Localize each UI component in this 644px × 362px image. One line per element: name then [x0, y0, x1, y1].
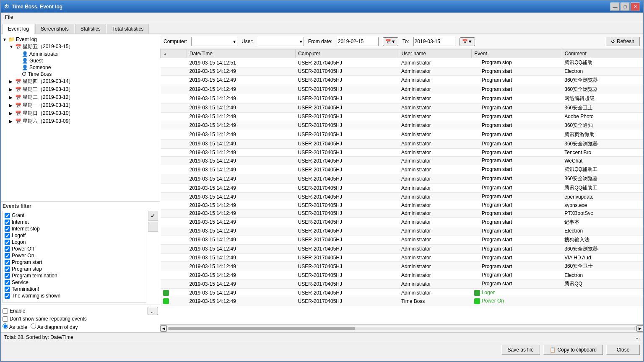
filter-label-4[interactable]: Logon	[12, 239, 26, 245]
from-date-picker-button[interactable]: 📅▼	[383, 37, 398, 46]
copy-to-clipboard-button[interactable]: 📋 Copy to clipboard	[543, 345, 603, 355]
filter-label-12[interactable]: The warning is shown	[12, 293, 60, 299]
filter-label-8[interactable]: Program stop	[12, 266, 42, 272]
filter-label-9[interactable]: Program termination!	[12, 273, 59, 279]
filter-label-11[interactable]: Termination!	[12, 286, 39, 292]
filter-label-5[interactable]: Power Off	[12, 246, 34, 252]
options-button[interactable]: ...	[148, 307, 158, 315]
no-repeat-checkbox[interactable]	[3, 316, 8, 322]
table-row[interactable]: 2019-03-15 14:12:49USER-20170405HJAdmini…	[161, 262, 643, 271]
filter-checkbox-6[interactable]	[5, 253, 10, 259]
table-row[interactable]: 2019-03-15 14:12:49USER-20170405HJAdmini…	[161, 75, 643, 85]
as-diagram-radio[interactable]	[31, 323, 36, 329]
tree-expand-day2[interactable]: ▶	[9, 87, 15, 92]
table-row[interactable]: 2019-03-15 14:12:49USER-20170405HJAdmini…	[161, 103, 643, 112]
tree-expand-day1[interactable]: ▶	[9, 79, 15, 84]
computer-select[interactable]	[191, 37, 237, 46]
table-row[interactable]: 2019-03-15 14:12:49USER-20170405HJAdmini…	[161, 184, 643, 193]
table-row[interactable]: 2019-03-15 14:12:49USER-20170405HJAdmini…	[161, 85, 643, 94]
tree-user-guest[interactable]: 👤 Guest	[16, 57, 158, 64]
close-window-button[interactable]: ✕	[631, 3, 640, 11]
tree-day-1[interactable]: ▶ 📅 星期四（2019-03-14）	[9, 78, 158, 85]
col-event[interactable]: Event	[472, 49, 562, 58]
table-row[interactable]: 2019-03-15 14:12:49USER-20170405HJAdmini…	[161, 148, 643, 157]
tree-area[interactable]: ▼ 📁 Event log ▼ 📅 星期五（2019-03-15） 👤	[1, 34, 160, 201]
as-table-radio-label[interactable]: As table	[3, 323, 27, 330]
table-row[interactable]: 2019-03-15 14:12:49USER-20170405HJAdmini…	[161, 139, 643, 148]
tree-expand-day0[interactable]: ▼	[9, 44, 15, 49]
close-button[interactable]: Close	[606, 345, 640, 355]
table-row[interactable]: 2019-03-15 14:12:49USER-20170405HJAdmini…	[161, 121, 643, 130]
tree-user-timeboss[interactable]: ⏱ Time Boss	[16, 71, 158, 78]
filter-checkbox-1[interactable]	[5, 220, 10, 225]
data-table-container[interactable]: ▲ Date/Time Computer User name Event Com…	[160, 49, 643, 324]
scroll-left-button[interactable]: ◀	[160, 325, 167, 332]
scrollbar-thumb[interactable]	[169, 327, 355, 330]
tab-screenshots[interactable]: Screenshots	[35, 24, 74, 34]
tree-day-6[interactable]: ▶ 📅 星期六（2019-03-09）	[9, 117, 158, 125]
tree-expand-day5[interactable]: ▶	[9, 111, 15, 116]
filter-checkbox-9[interactable]	[5, 273, 10, 279]
tab-total-statistics[interactable]: Total statistics	[107, 24, 149, 34]
filter-label-1[interactable]: Internet	[12, 219, 29, 225]
filter-label-10[interactable]: Service	[12, 279, 29, 285]
table-row[interactable]: 2019-03-15 14:12:49USER-20170405HJTime B…	[161, 297, 643, 305]
col-sort[interactable]: ▲	[161, 49, 187, 58]
tree-day-5[interactable]: ▶ 📅 星期日（2019-03-10）	[9, 109, 158, 117]
filter-checkbox-12[interactable]	[5, 293, 10, 299]
table-row[interactable]: 2019-03-15 14:12:49USER-20170405HJAdmini…	[161, 94, 643, 103]
enable-checkbox[interactable]	[3, 308, 8, 314]
table-row[interactable]: 2019-03-15 14:12:49USER-20170405HJAdmini…	[161, 130, 643, 139]
col-computer[interactable]: Computer	[296, 49, 399, 58]
filter-label-0[interactable]: Grant	[12, 212, 24, 218]
table-row[interactable]: 2019-03-15 14:12:49USER-20170405HJAdmini…	[161, 209, 643, 217]
as-table-radio[interactable]	[3, 323, 8, 329]
maximize-button[interactable]: □	[621, 3, 630, 11]
filter-checkbox-3[interactable]	[5, 233, 10, 238]
table-row[interactable]: 2019-03-15 14:12:49USER-20170405HJAdmini…	[161, 157, 643, 165]
filter-checkbox-10[interactable]	[5, 280, 10, 285]
tab-event-log[interactable]: Event log	[3, 24, 34, 34]
filter-label-3[interactable]: Logoff	[12, 233, 26, 238]
user-select[interactable]	[258, 37, 304, 46]
tree-day-2[interactable]: ▶ 📅 星期三（2019-03-13）	[9, 85, 158, 93]
filter-checkbox-2[interactable]	[5, 226, 10, 232]
col-comment[interactable]: Comment	[562, 49, 643, 58]
tree-expand-root[interactable]: ▼	[3, 37, 8, 42]
table-row[interactable]: 2019-03-15 14:12:49USER-20170405HJAdmini…	[161, 279, 643, 289]
tree-day-4[interactable]: ▶ 📅 星期一（2019-03-11）	[9, 101, 158, 109]
scroll-right-button[interactable]: ▶	[636, 325, 643, 332]
filter-check-all-button[interactable]: ✓	[148, 211, 158, 221]
filter-uncheck-all-button[interactable]	[148, 222, 158, 232]
filter-checkbox-0[interactable]	[5, 213, 10, 218]
tree-expand-day3[interactable]: ▶	[9, 95, 15, 100]
table-row[interactable]: 2019-03-15 14:12:49USER-20170405HJAdmini…	[161, 253, 643, 262]
table-row[interactable]: 2019-03-15 14:12:49USER-20170405HJAdmini…	[161, 217, 643, 227]
table-row[interactable]: 2019-03-15 14:12:49USER-20170405HJAdmini…	[161, 289, 643, 297]
filter-list[interactable]: GrantInternetInternet stopLogoffLogonPow…	[3, 211, 146, 303]
filter-checkbox-11[interactable]	[5, 287, 10, 292]
tree-root[interactable]: ▼ 📁 Event log	[3, 36, 158, 43]
tab-statistics[interactable]: Statistics	[75, 24, 106, 34]
to-date-input[interactable]	[413, 37, 455, 46]
minimize-button[interactable]: —	[610, 3, 620, 11]
tree-expand-day6[interactable]: ▶	[9, 119, 15, 124]
tree-day-3[interactable]: ▶ 📅 星期二（2019-03-12）	[9, 93, 158, 101]
table-row[interactable]: 2019-03-15 14:12:49USER-20170405HJAdmini…	[161, 112, 643, 121]
tree-user-someone[interactable]: 👤 Someone	[16, 64, 158, 71]
col-datetime[interactable]: Date/Time	[187, 49, 295, 58]
filter-checkbox-8[interactable]	[5, 266, 10, 272]
table-row[interactable]: 2019-03-15 14:12:49USER-20170405HJAdmini…	[161, 244, 643, 253]
table-row[interactable]: 2019-03-15 14:12:51USER-20170405HJAdmini…	[161, 58, 643, 67]
from-date-input[interactable]	[337, 37, 379, 46]
table-row[interactable]: 2019-03-15 14:12:49USER-20170405HJAdmini…	[161, 227, 643, 235]
tree-expand-day4[interactable]: ▶	[9, 103, 15, 108]
scrollbar-track[interactable]	[169, 327, 635, 330]
table-row[interactable]: 2019-03-15 14:12:49USER-20170405HJAdmini…	[161, 67, 643, 76]
no-repeat-label[interactable]: Don't show same repeating events	[10, 316, 87, 322]
filter-checkbox-7[interactable]	[5, 260, 10, 265]
menu-file[interactable]: File	[3, 13, 16, 21]
table-row[interactable]: 2019-03-15 14:12:49USER-20170405HJAdmini…	[161, 165, 643, 174]
tree-day-0[interactable]: ▼ 📅 星期五（2019-03-15）	[9, 43, 158, 51]
as-diagram-radio-label[interactable]: As diagram of day	[31, 323, 78, 330]
